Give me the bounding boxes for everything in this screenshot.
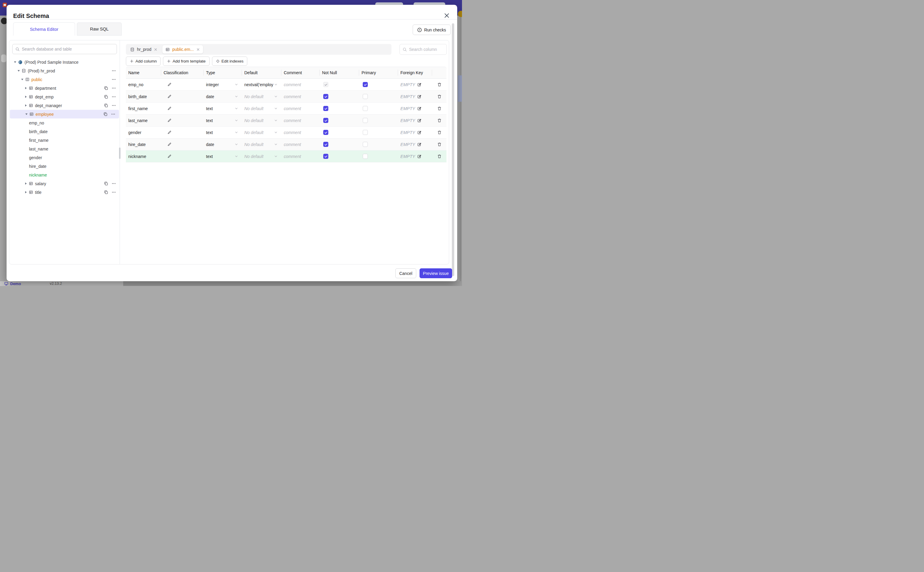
tree-item-nickname[interactable]: nickname	[9, 171, 119, 179]
copy-icon[interactable]	[104, 190, 108, 194]
edit-foreign-key-icon[interactable]	[417, 142, 422, 146]
tab-schema-editor[interactable]: Schema Editor	[13, 22, 75, 36]
run-checks-button[interactable]: Run checks	[412, 25, 451, 35]
caret-right-icon[interactable]	[23, 182, 28, 185]
comment-input[interactable]: comment	[281, 91, 320, 102]
delete-column-icon[interactable]	[437, 118, 442, 123]
primary-checkbox[interactable]	[363, 118, 368, 123]
default-select[interactable]: nextval('employ	[242, 79, 281, 90]
edit-classification-icon[interactable]	[167, 142, 172, 146]
not-null-checkbox[interactable]	[323, 118, 328, 123]
not-null-checkbox[interactable]	[323, 154, 328, 159]
copy-icon[interactable]	[104, 181, 108, 186]
edit-foreign-key-icon[interactable]	[417, 94, 422, 99]
caret-down-icon[interactable]	[13, 61, 17, 64]
edit-classification-icon[interactable]	[167, 118, 172, 123]
tree-item-last-name[interactable]: last_name	[9, 145, 119, 153]
not-null-checkbox[interactable]	[323, 142, 328, 147]
default-select[interactable]: No default	[242, 91, 281, 102]
more-actions-icon[interactable]	[112, 190, 116, 194]
comment-input[interactable]: comment	[281, 127, 320, 138]
delete-column-icon[interactable]	[437, 82, 442, 87]
type-select[interactable]: date	[204, 138, 242, 150]
column-name-cell[interactable]: first_name	[126, 103, 161, 114]
copy-icon[interactable]	[104, 103, 108, 108]
tree-item-hire-date[interactable]: hire_date	[9, 162, 119, 171]
caret-down-icon[interactable]	[20, 78, 24, 81]
not-null-checkbox[interactable]	[323, 106, 328, 111]
comment-input[interactable]: comment	[281, 103, 320, 114]
close-icon[interactable]	[443, 12, 451, 19]
more-actions-icon[interactable]	[111, 112, 115, 117]
tree-item-first-name[interactable]: first_name	[9, 136, 119, 145]
caret-right-icon[interactable]	[23, 95, 28, 98]
primary-checkbox[interactable]	[363, 142, 368, 147]
column-name-cell[interactable]: gender	[126, 127, 161, 138]
tree-item-dept-manager[interactable]: dept_manager	[9, 101, 119, 110]
close-icon[interactable]	[196, 48, 200, 51]
column-search-input[interactable]	[409, 47, 444, 52]
caret-down-icon[interactable]	[17, 69, 21, 72]
more-actions-icon[interactable]	[112, 103, 116, 108]
primary-checkbox[interactable]	[363, 94, 368, 99]
type-select[interactable]: date	[204, 91, 242, 102]
tree-item-prod-prod-sample-instance[interactable]: (Prod) Prod Sample Instance	[9, 58, 119, 67]
more-actions-icon[interactable]	[112, 95, 116, 99]
column-name-cell[interactable]: emp_no	[126, 79, 161, 90]
edit-classification-icon[interactable]	[167, 82, 172, 87]
copy-icon[interactable]	[103, 112, 108, 117]
primary-checkbox[interactable]	[363, 130, 368, 135]
type-select[interactable]: text	[204, 127, 242, 138]
editor-tab-public-employee[interactable]: public.em...	[162, 45, 203, 54]
comment-input[interactable]: comment	[281, 79, 320, 90]
add-column-button[interactable]: Add column	[126, 56, 161, 66]
delete-column-icon[interactable]	[437, 130, 442, 135]
tree-item-prod-hr-prod[interactable]: (Prod) hr_prod	[9, 67, 119, 75]
editor-tab-hr-prod[interactable]: hr_prod	[127, 45, 161, 54]
default-select[interactable]: No default	[242, 151, 281, 162]
more-actions-icon[interactable]	[112, 77, 116, 82]
caret-right-icon[interactable]	[23, 104, 28, 107]
edit-foreign-key-icon[interactable]	[417, 106, 422, 111]
type-select[interactable]: text	[204, 103, 242, 114]
type-select[interactable]: text	[204, 115, 242, 126]
tree-item-gender[interactable]: gender	[9, 153, 119, 162]
more-actions-icon[interactable]	[112, 181, 116, 186]
edit-classification-icon[interactable]	[167, 130, 172, 135]
tree-item-salary[interactable]: salary	[9, 179, 119, 188]
default-select[interactable]: No default	[242, 115, 281, 126]
tab-raw-sql[interactable]: Raw SQL	[77, 22, 122, 36]
caret-down-icon[interactable]	[24, 112, 28, 116]
tree-item-public[interactable]: public	[9, 75, 119, 84]
preview-issue-button[interactable]: Preview issue	[420, 268, 452, 278]
not-null-checkbox[interactable]	[323, 94, 328, 99]
caret-right-icon[interactable]	[23, 191, 28, 194]
edit-classification-icon[interactable]	[167, 94, 172, 99]
edit-foreign-key-icon[interactable]	[417, 82, 422, 87]
delete-column-icon[interactable]	[437, 106, 442, 111]
column-name-cell[interactable]: hire_date	[126, 138, 161, 150]
delete-column-icon[interactable]	[437, 94, 442, 99]
tree-item-department[interactable]: department	[9, 84, 119, 92]
more-actions-icon[interactable]	[112, 68, 116, 73]
edit-foreign-key-icon[interactable]	[417, 118, 422, 123]
copy-icon[interactable]	[104, 86, 108, 90]
copy-icon[interactable]	[104, 95, 108, 99]
type-select[interactable]: text	[204, 151, 242, 162]
tree-item-dept-emp[interactable]: dept_emp	[9, 92, 119, 101]
comment-input[interactable]: comment	[281, 151, 320, 162]
dialog-scrollbar-thumb[interactable]	[452, 23, 454, 276]
delete-column-icon[interactable]	[437, 154, 442, 159]
primary-checkbox[interactable]	[363, 154, 368, 159]
default-select[interactable]: No default	[242, 127, 281, 138]
edit-classification-icon[interactable]	[167, 106, 172, 111]
default-select[interactable]: No default	[242, 103, 281, 114]
edit-foreign-key-icon[interactable]	[417, 130, 422, 135]
add-from-template-button[interactable]: Add from template	[163, 56, 209, 66]
close-icon[interactable]	[154, 48, 158, 51]
column-name-cell[interactable]: birth_date	[126, 91, 161, 102]
tree-item-birth-date[interactable]: birth_date	[9, 127, 119, 136]
edit-classification-icon[interactable]	[167, 154, 172, 159]
tree-item-employee[interactable]: employee	[10, 110, 119, 118]
type-select[interactable]: integer	[204, 79, 242, 90]
